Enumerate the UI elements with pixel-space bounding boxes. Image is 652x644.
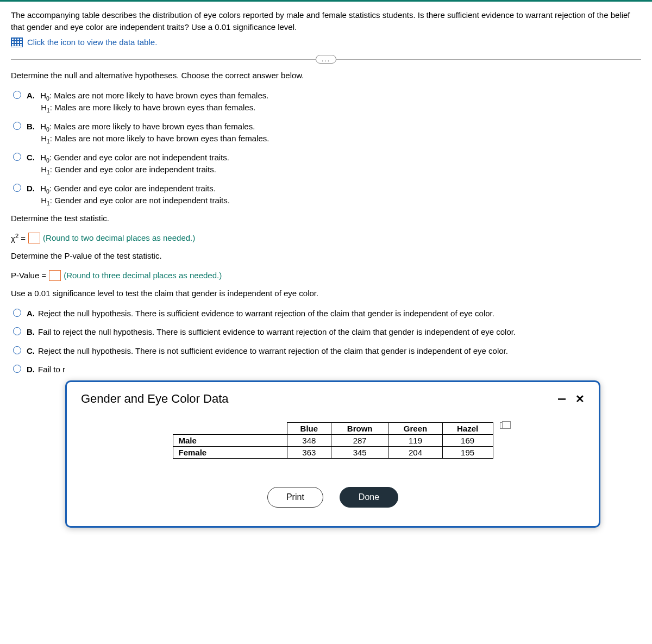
chi-square-hint: (Round to two decimal places as needed.) xyxy=(43,233,195,242)
option-letter: A. xyxy=(27,91,35,100)
close-icon[interactable]: ✕ xyxy=(575,392,585,393)
view-table-link[interactable]: Click the icon to view the data table. xyxy=(11,37,641,47)
q2-option-D[interactable]: D.Fail to r xyxy=(13,364,641,376)
q2-option-B[interactable]: B.Fail to reject the null hypothesis. Th… xyxy=(13,326,641,339)
q2-option-A[interactable]: A.Reject the null hypothesis. There is s… xyxy=(13,308,641,320)
radio-icon[interactable] xyxy=(13,346,21,354)
radio-icon[interactable] xyxy=(13,327,21,335)
radio-icon[interactable] xyxy=(13,91,21,99)
option-letter: B. xyxy=(27,122,35,131)
radio-icon[interactable] xyxy=(13,309,21,317)
table-icon xyxy=(11,37,23,47)
option-letter: C. xyxy=(27,153,35,162)
chi-square-row: χ2 = (Round to two decimal places as nee… xyxy=(11,233,641,243)
pvalue-label: Determine the P-value of the test statis… xyxy=(11,251,641,260)
data-table-modal: Gender and Eye Color Data ✕ Blue Brown G… xyxy=(65,380,600,393)
q2-option-C[interactable]: C.Reject the null hypothesis. There is n… xyxy=(13,345,641,358)
modal-title: Gender and Eye Color Data xyxy=(81,392,229,393)
pvalue-input[interactable] xyxy=(49,270,61,281)
q1-prompt: Determine the null and alternative hypot… xyxy=(11,71,641,80)
radio-icon[interactable] xyxy=(13,365,21,373)
test-stat-label: Determine the test statistic. xyxy=(11,214,641,223)
pvalue-hint: (Round to three decimal places as needed… xyxy=(64,271,222,280)
problem-statement: The accompanying table describes the dis… xyxy=(11,9,641,33)
option-letter: D. xyxy=(27,184,35,193)
expand-pill[interactable]: ... xyxy=(316,55,336,64)
view-table-label: Click the icon to view the data table. xyxy=(27,37,157,47)
section-divider: ... xyxy=(11,59,641,60)
chi-square-input[interactable] xyxy=(28,233,40,243)
q1-option-C[interactable]: C. H0: Gender and eye color are not inde… xyxy=(13,152,641,176)
radio-icon[interactable] xyxy=(13,184,21,192)
pvalue-row: P-Value = (Round to three decimal places… xyxy=(11,270,641,281)
radio-icon[interactable] xyxy=(13,153,21,161)
q2-prompt: Use a 0.01 significance level to test th… xyxy=(11,289,641,298)
q1-option-A[interactable]: A. H0: Males are not more likely to have… xyxy=(13,90,641,114)
radio-icon[interactable] xyxy=(13,122,21,130)
q1-option-B[interactable]: B. H0: Males are more likely to have bro… xyxy=(13,121,641,145)
q1-option-D[interactable]: D. H0: Gender and eye color are independ… xyxy=(13,183,641,207)
